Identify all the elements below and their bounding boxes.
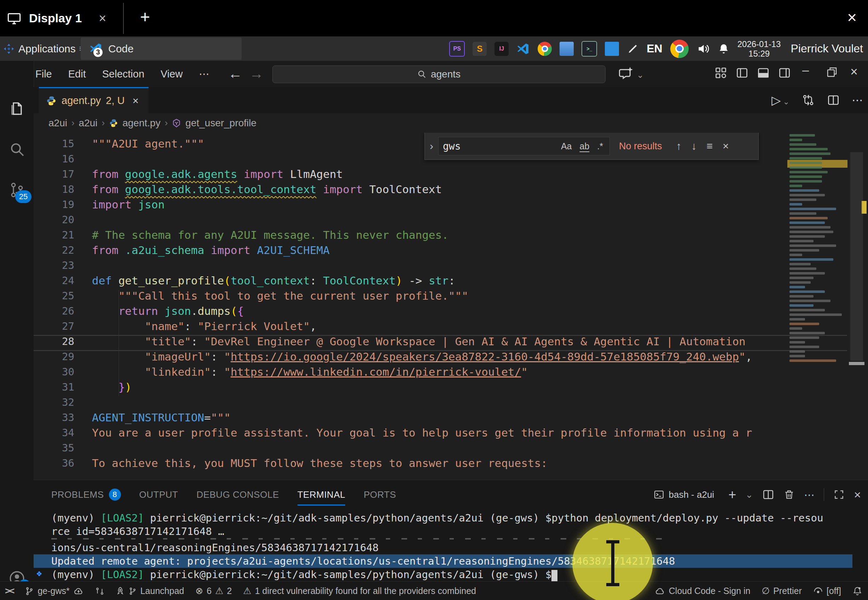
code-editor[interactable]: 15"""A2UI agent."""1617from google.adk.a… (33, 133, 868, 480)
vnc-window-close-icon[interactable]: × (847, 8, 857, 27)
code-line-20[interactable]: 20 (33, 212, 92, 227)
breadcrumb-agent-py[interactable]: agent.py (122, 117, 160, 129)
terminal-dropdown-icon[interactable]: ⌄ (745, 489, 753, 500)
code-line-35[interactable]: 35 (33, 441, 92, 456)
customize-layout-icon[interactable] (714, 67, 727, 79)
code-line-30[interactable]: 30 "linkedin": "https://www.linkedin.com… (33, 364, 528, 380)
copilot-chat-icon[interactable] (618, 67, 633, 81)
cloud-code-signin-button[interactable]: Cloud Code - Sign in (655, 586, 750, 597)
panel-tab-problems[interactable]: PROBLEMS8 (51, 483, 121, 506)
breadcrumb-a2ui-1[interactable]: a2ui (48, 117, 67, 129)
find-in-selection-icon[interactable]: ≡ (707, 140, 713, 152)
terminal-line[interactable]: rce id=5834638717142171648 … (51, 525, 224, 538)
code-line-22[interactable]: 22from .a2ui_schema import A2UI_SCHEMA (33, 243, 330, 258)
vnc-new-tab-button[interactable]: + (135, 7, 156, 27)
code-line-24[interactable]: 24def get_user_profile(tool_context: Too… (33, 273, 455, 288)
tab-agent-py[interactable]: agent.py 2, U × (39, 87, 148, 113)
open-changes-icon[interactable] (801, 93, 815, 107)
regex-icon[interactable]: .* (595, 141, 605, 152)
launchpad-button[interactable]: Launchpad (116, 586, 184, 596)
code-line-34[interactable]: 34You are a user profile assistant. Your… (33, 425, 752, 441)
panel-tab-output[interactable]: OUTPUT (139, 483, 178, 506)
terminal-selected-line[interactable]: Updated remote agent: projects/a2ui-agen… (33, 555, 853, 568)
copilot-chevron-icon[interactable]: ⌄ (637, 70, 644, 80)
find-toggle-replace-icon[interactable]: › (425, 140, 438, 152)
kill-terminal-trash-icon[interactable] (783, 489, 795, 500)
terminal-instance[interactable]: bash - a2ui (654, 489, 714, 500)
find-next-icon[interactable]: ↓ (691, 140, 697, 152)
find-previous-icon[interactable]: ↑ (676, 140, 682, 152)
terminal-tray-icon[interactable]: >_ (582, 41, 597, 57)
notifications-bell[interactable] (853, 586, 862, 596)
chrome-active-icon[interactable] (670, 39, 689, 58)
panel-tab-ports[interactable]: PORTS (364, 483, 396, 506)
code-line-26[interactable]: 26 return json.dumps({ (33, 303, 244, 319)
toggle-panel-icon[interactable] (757, 67, 770, 79)
vnc-display-tab[interactable]: Display 1 × (7, 0, 106, 36)
toggle-sidebar-icon[interactable] (736, 67, 749, 79)
nav-forward-icon[interactable]: → (250, 66, 263, 82)
search-sidebar-icon[interactable] (0, 133, 33, 165)
git-branch-button[interactable]: ge-gws* (25, 586, 83, 597)
code-line-19[interactable]: 19import json (33, 197, 165, 212)
phpstorm-tray-icon[interactable]: PS (449, 41, 465, 57)
find-input[interactable]: gws Aa ab .* (438, 137, 610, 155)
menu-more-icon[interactable]: ⋯ (193, 66, 215, 82)
source-control-icon[interactable]: 25 (0, 174, 33, 206)
terminal-line[interactable]: (myenv) [LOAS2] pierrick@pierrick:~/git/… (51, 568, 558, 581)
vulnerability-status[interactable]: ⚠ 1 direct vulnerability found for all t… (243, 585, 476, 597)
find-query[interactable]: gws (443, 141, 555, 152)
explorer-icon[interactable] (0, 93, 33, 124)
code-line-28[interactable]: 28 "title": "DevRel Engineer @ Google Wo… (33, 334, 746, 349)
split-editor-icon[interactable] (827, 94, 840, 106)
minimap[interactable] (787, 133, 847, 380)
panel-tab-debug-console[interactable]: DEBUG CONSOLE (196, 483, 279, 506)
code-line-32[interactable]: 32 (33, 395, 92, 410)
chrome-tray-icon[interactable] (538, 42, 552, 56)
prettier-status[interactable]: ∅ Prettier (762, 585, 802, 597)
screencast-status[interactable]: [off] (813, 586, 841, 596)
code-line-23[interactable]: 23 (33, 258, 92, 273)
gemini-status-button[interactable] (95, 586, 104, 596)
match-case-icon[interactable]: Aa (559, 141, 574, 152)
code-line-16[interactable]: 16 (33, 152, 92, 167)
code-line-31[interactable]: 31 }) (33, 380, 132, 395)
panel-more-actions-icon[interactable]: ⋯ (804, 489, 815, 501)
find-close-icon[interactable]: × (723, 140, 729, 152)
menu-view[interactable]: View (155, 66, 188, 82)
applications-menu[interactable]: Applications ≡ (3, 43, 84, 55)
code-line-36[interactable]: 36To achieve this, you MUST follow these… (33, 456, 547, 471)
window-close-icon[interactable]: × (850, 64, 858, 79)
display-tray-icon[interactable] (605, 42, 619, 56)
breadcrumb-symbol[interactable]: get_user_profile (185, 117, 256, 129)
clock[interactable]: 2026-01-13 15:29 (738, 39, 781, 58)
code-line-21[interactable]: 21# The schema for any A2UI message. Thi… (33, 227, 449, 243)
toggle-secondary-sidebar-icon[interactable] (778, 67, 791, 79)
notifications-bell-icon[interactable] (718, 43, 730, 55)
nav-back-icon[interactable]: ← (228, 66, 242, 82)
split-terminal-icon[interactable] (762, 489, 774, 501)
code-line-29[interactable]: 29 "imageUrl": "https://io.google/2024/s… (33, 349, 752, 364)
taskbar-window-code[interactable]: 3 Code (81, 38, 242, 60)
vnc-tab-close-icon[interactable]: × (99, 11, 106, 26)
terminal-line[interactable]: ions/us-central1/reasoningEngines/583463… (51, 541, 378, 555)
pen-tray-icon[interactable] (627, 43, 639, 55)
run-python-icon[interactable]: ▷ ⌄ (771, 93, 789, 107)
window-minimize-icon[interactable]: – (802, 63, 809, 77)
maximize-panel-icon[interactable] (833, 489, 845, 500)
editor-scrollbar[interactable] (850, 152, 863, 361)
tab-close-icon[interactable]: × (132, 95, 139, 107)
menu-edit[interactable]: Edit (63, 66, 92, 82)
volume-icon[interactable] (696, 42, 710, 56)
new-terminal-icon[interactable]: + (728, 487, 736, 502)
breadcrumb-a2ui-2[interactable]: a2ui (79, 117, 98, 129)
code-line-25[interactable]: 25 """Call this tool to get the current … (33, 288, 468, 303)
panel-tab-terminal[interactable]: TERMINAL (298, 483, 345, 506)
remote-indicator[interactable]: >< (5, 585, 14, 597)
keyboard-layout[interactable]: EN (647, 42, 662, 55)
code-line-33[interactable]: 33AGENT_INSTRUCTION=""" (33, 410, 231, 425)
menu-selection[interactable]: Selection (97, 66, 150, 82)
problems-button[interactable]: ⊗ 6 ⚠ 2 (195, 585, 232, 597)
terminal-output[interactable]: (myenv) [LOAS2] pierrick@pierrick:~/git/… (33, 511, 868, 582)
code-line-27[interactable]: 27 "name": "Pierrick Voulet", (33, 319, 316, 334)
